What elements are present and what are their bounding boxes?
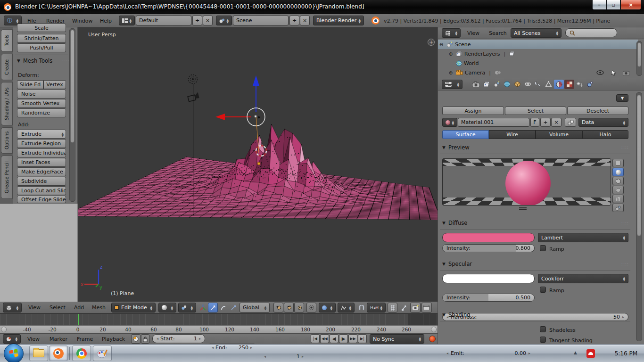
tab-grease-pencil[interactable]: Grease Pencil [1,156,13,199]
render-restrict-icon[interactable] [623,70,629,75]
render-engine-dropdown[interactable]: Blender Render▲▼ [313,16,364,25]
specular-ramp-checkbox[interactable] [540,287,546,293]
taskbar-clock[interactable]: 5:16 PM [615,345,637,362]
fake-user-button[interactable]: F [530,118,539,127]
unlink-material-button[interactable]: × [551,118,561,127]
extrude-dropdown[interactable]: Extrude ▲▼ [17,130,66,139]
region-expand-icon[interactable]: + [428,39,435,46]
tl-menu-view[interactable]: View [27,336,40,342]
object-tab-icon[interactable] [512,80,522,89]
play-reverse-button[interactable]: ◀ [330,334,339,343]
editor-type-3dview-dropdown[interactable]: ▲▼ [3,303,22,313]
orientation-dropdown[interactable]: Global▲▼ [239,303,270,313]
specular-panel-header[interactable]: ▼Specular:::: [442,261,629,267]
preview-hair-button[interactable] [612,195,624,203]
outliner-item-renderlayers[interactable]: ⊕ RenderLayers | [438,49,638,58]
scene-tab-icon[interactable] [492,80,502,89]
diffuse-ramp-checkbox[interactable] [540,245,546,251]
preview-world-sphere-button[interactable] [612,204,624,212]
jump-to-start-button[interactable]: |◀ [311,334,320,343]
specular-intensity-slider[interactable]: Intensity: 0.500 [442,294,535,302]
editor-type-properties-dropdown[interactable]: ▲▼ [442,80,462,89]
manipulator-rotate-button[interactable] [218,303,228,313]
tab-tools[interactable]: Tools [1,29,13,52]
preview-cube-button[interactable] [612,177,624,185]
ruler-left-cap[interactable] [1,327,7,332]
outliner-item-camera[interactable]: ⊕ Camera | [438,68,638,77]
material-link-dropdown[interactable]: Data▲▼ [578,118,628,127]
copy-result-icon[interactable] [399,303,409,313]
display-mode-dropdown[interactable]: All Scenes▲▼ [511,28,561,38]
selectable-cursor-icon[interactable] [611,70,616,76]
tab-create[interactable]: Create [1,54,13,80]
outliner-item-scene[interactable]: ⊖ Scene [438,40,638,49]
assign-button[interactable]: Assign [442,107,504,115]
specials-dropdown[interactable]: ▼ [616,94,628,102]
scene-name-field[interactable]: Scene [233,16,289,25]
manipulator-scale-button[interactable] [228,303,238,313]
object-data-tab-icon[interactable] [544,80,553,89]
prev-keyframe-button[interactable]: ◀◀ [320,334,329,343]
preview-monkey-button[interactable] [612,186,624,194]
manipulator-axis-icon[interactable] [198,303,207,313]
vp-menu-view[interactable]: View [28,304,41,311]
particles-tab-icon[interactable] [575,80,585,89]
scale-button[interactable]: Scale [17,24,66,32]
material-nodes-button[interactable] [565,118,576,127]
material-name-field[interactable]: Material.001 [458,118,529,127]
extrude-individual-button[interactable]: Extrude Individual [17,148,66,157]
delete-scene-button[interactable]: × [300,16,310,25]
add-scene-button[interactable]: + [289,16,299,25]
subdivide-button[interactable]: Subdivide [17,177,66,186]
world-tab-icon[interactable] [502,80,512,89]
camera-data-icon[interactable] [495,70,501,75]
outliner-item-world[interactable]: World [438,58,638,68]
preview-panel-header[interactable]: ▼Preview:::: [442,144,629,151]
add-layout-button[interactable]: + [192,16,202,25]
deselect-button[interactable]: Deselect [567,107,628,115]
mesh-tools-panel-header[interactable]: ▼Mesh Tools:::: [17,58,70,64]
outliner-scrollbar[interactable] [636,41,642,76]
collapse-icon[interactable]: ⊖ [438,42,445,47]
type-volume-button[interactable]: Volume [536,130,582,139]
outliner-menu-search[interactable]: Search [489,30,507,36]
vp-menu-mesh[interactable]: Mesh [92,304,106,311]
tab-options[interactable]: Options [1,127,13,154]
sync-dropdown[interactable]: No Sync▲▼ [370,334,424,344]
outliner-menu-view[interactable]: View [467,30,479,36]
taskbar-paint-button[interactable] [93,346,112,361]
preview-resize-handle[interactable] [519,207,527,210]
viewport-shading-dropdown[interactable]: ▲▼ [158,303,176,313]
vp-menu-add[interactable]: Add [74,304,84,311]
tl-menu-marker[interactable]: Marker [50,336,67,342]
edge-select-mode-button[interactable] [284,303,294,313]
noise-button[interactable]: Noise [17,90,66,99]
opengl-render-anim-icon[interactable] [421,303,432,313]
loop-cut-slide-button[interactable]: Loop Cut and Slide [17,186,66,195]
timeline-current-frame-cursor[interactable] [78,314,79,326]
next-keyframe-button[interactable]: ▶▶ [348,334,357,343]
preview-flat-button[interactable] [612,159,624,167]
avira-tray-icon[interactable] [586,349,595,358]
manipulator-z-arrowhead[interactable] [253,75,259,86]
snap-element-dropdown[interactable]: H◂H▲▼ [367,303,386,313]
outliner-search-input[interactable] [565,28,617,37]
tl-menu-playback[interactable]: Playback [102,336,125,342]
slide-edge-button[interactable]: Slide Ed [17,80,43,89]
timeline-graph[interactable] [0,313,438,325]
tab-shading-uvs[interactable]: Shading / UVs [1,82,13,125]
modifiers-tab-icon[interactable] [533,80,543,89]
offset-edge-slide-button[interactable]: Offset Edge Slide [17,196,66,203]
auto-keyframe-icon[interactable] [131,334,140,344]
manipulator-x-arrowhead[interactable] [215,114,225,120]
tray-expand-icon[interactable]: ▲ [574,350,577,355]
limit-selection-visible-button[interactable] [306,303,316,313]
record-button[interactable] [429,336,436,342]
pivot-point-dropdown[interactable]: ▲▼ [178,303,196,313]
preview-sphere-button[interactable] [612,168,624,176]
delete-layout-button[interactable]: × [203,16,213,25]
tangent-shading-checkbox[interactable] [540,337,546,343]
snap-grid-icon[interactable] [388,303,397,313]
renderlayer-data-icon[interactable] [509,51,515,57]
face-select-mode-button[interactable] [294,303,304,313]
